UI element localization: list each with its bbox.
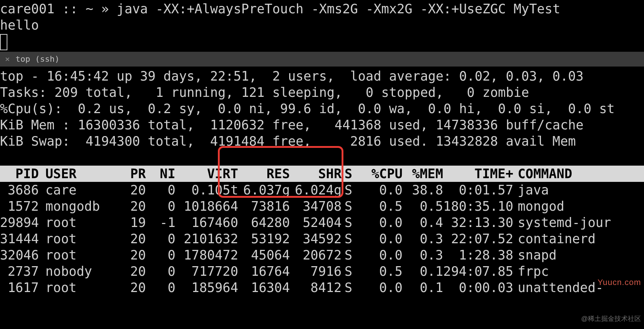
cell-user: root (39, 247, 113, 263)
cell-shr: 7916 (290, 263, 342, 279)
tab-bar: × top (ssh) (0, 52, 644, 67)
top-line-uptime: top - 16:45:42 up 39 days, 22:51, 2 user… (0, 68, 644, 84)
cell-virt: 2101632 (175, 231, 238, 247)
cell-s: S (342, 214, 358, 231)
process-list: 3686care2000.105t6.037g6.024gS0.038.80:0… (0, 182, 644, 296)
cell-ni: 0 (146, 247, 175, 263)
shell-prompt-line[interactable]: care001 :: ~ » java -XX:+AlwaysPreTouch … (0, 0, 644, 17)
cell-pr: 20 (113, 279, 146, 296)
cell-pr: 20 (113, 263, 146, 279)
col-pr[interactable]: PR (113, 166, 146, 182)
col-ni[interactable]: NI (146, 166, 175, 182)
table-row[interactable]: 31444root20021016325319234592S0.00.322:0… (0, 231, 644, 247)
top-summary: top - 16:45:42 up 39 days, 22:51, 2 user… (0, 68, 644, 149)
cell-mem: 0.3 (402, 231, 443, 247)
cell-virt: 1780472 (175, 247, 238, 263)
cell-s: S (342, 231, 358, 247)
cell-time: 294:07.85 (443, 263, 513, 279)
cell-user: root (39, 231, 113, 247)
cell-mem: 38.8 (402, 182, 443, 198)
cell-time: 32:13.30 (443, 214, 513, 231)
cell-pr: 20 (113, 198, 146, 214)
cell-s: S (342, 263, 358, 279)
cell-pid: 1617 (0, 279, 39, 296)
col-cmd[interactable]: COMMAND (513, 166, 644, 182)
cell-pid: 31444 (0, 231, 39, 247)
cursor-line[interactable] (0, 33, 644, 50)
table-row[interactable]: 32046root20017804724506420672S0.00.31:28… (0, 247, 644, 263)
cell-user: root (39, 214, 113, 231)
cell-shr: 52404 (290, 214, 342, 231)
col-s[interactable]: S (342, 166, 358, 182)
cell-ni: -1 (146, 214, 175, 231)
cell-cmd: containerd (513, 231, 644, 247)
cell-pid: 29894 (0, 214, 39, 231)
watermark-community: @稀土掘金技术社区 (581, 311, 641, 327)
col-time[interactable]: TIME+ (443, 166, 513, 182)
top-line-swap: KiB Swap: 4194300 total, 4191484 free, 2… (0, 133, 644, 149)
cell-cpu: 0.0 (358, 231, 402, 247)
cell-pr: 20 (113, 247, 146, 263)
cell-ni: 0 (146, 182, 175, 198)
table-row[interactable]: 1617root200185964163048412S0.00.10:00.03… (0, 279, 644, 296)
cell-time: 0:00.03 (443, 279, 513, 296)
cell-mem: 0.4 (402, 214, 443, 231)
cell-cpu: 0.5 (358, 263, 402, 279)
cell-pr: 20 (113, 182, 146, 198)
close-icon[interactable]: × (0, 52, 15, 67)
cell-pr: 20 (113, 231, 146, 247)
cell-ni: 0 (146, 279, 175, 296)
col-user[interactable]: USER (39, 166, 113, 182)
table-row[interactable]: 1572mongodb20010186647381634708S0.50.518… (0, 198, 644, 214)
cell-ni: 0 (146, 198, 175, 214)
cell-mem: 0.5 (402, 198, 443, 214)
col-shr[interactable]: SHR (290, 166, 342, 182)
cell-cmd: snapd (513, 247, 644, 263)
cell-virt: 717720 (175, 263, 238, 279)
cell-user: root (39, 279, 113, 296)
table-row[interactable]: 3686care2000.105t6.037g6.024gS0.038.80:0… (0, 182, 644, 198)
cell-cmd: systemd-jour (513, 214, 644, 231)
tab-title[interactable]: top (ssh) (15, 52, 59, 67)
cell-pid: 3686 (0, 182, 39, 198)
cell-cpu: 0.0 (358, 247, 402, 263)
cell-s: S (342, 198, 358, 214)
cell-s: S (342, 182, 358, 198)
blank-line (0, 149, 644, 166)
cell-user: care (39, 182, 113, 198)
cursor-block (0, 34, 7, 50)
top-line-cpu: %Cpu(s): 0.2 us, 0.2 sy, 0.0 ni, 99.6 id… (0, 101, 644, 117)
top-line-mem: KiB Mem : 16300336 total, 1120632 free, … (0, 117, 644, 133)
cell-shr: 34592 (290, 231, 342, 247)
col-mem[interactable]: %MEM (402, 166, 443, 182)
cell-pid: 2737 (0, 263, 39, 279)
cell-shr: 6.024g (290, 182, 342, 198)
cell-shr: 8412 (290, 279, 342, 296)
table-row[interactable]: 2737nobody200717720167647916S0.50.1294:0… (0, 263, 644, 279)
cell-virt: 185964 (175, 279, 238, 296)
program-output: hello (0, 17, 644, 33)
cell-res: 16764 (238, 263, 290, 279)
cell-cpu: 0.0 (358, 279, 402, 296)
cell-time: 1:28.38 (443, 247, 513, 263)
cell-shr: 34708 (290, 198, 342, 214)
table-row[interactable]: 29894root19-11674606428052404S0.00.432:1… (0, 214, 644, 231)
cell-s: S (342, 247, 358, 263)
cell-cmd: unattended- (513, 279, 644, 296)
cell-user: mongodb (39, 198, 113, 214)
cell-shr: 20672 (290, 247, 342, 263)
cell-pid: 32046 (0, 247, 39, 263)
col-virt[interactable]: VIRT (175, 166, 238, 182)
top-line-tasks: Tasks: 209 total, 1 running, 121 sleepin… (0, 84, 644, 101)
cell-ni: 0 (146, 263, 175, 279)
cell-res: 64280 (238, 214, 290, 231)
cell-cmd: frpc (513, 263, 644, 279)
cell-mem: 0.3 (402, 247, 443, 263)
col-pid[interactable]: PID (0, 166, 39, 182)
cell-res: 73816 (238, 198, 290, 214)
col-cpu[interactable]: %CPU (358, 166, 402, 182)
col-res[interactable]: RES (238, 166, 290, 182)
prompt-sep: :: (55, 1, 86, 16)
cell-time: 22:07.52 (443, 231, 513, 247)
prompt-marker: » (93, 1, 117, 16)
